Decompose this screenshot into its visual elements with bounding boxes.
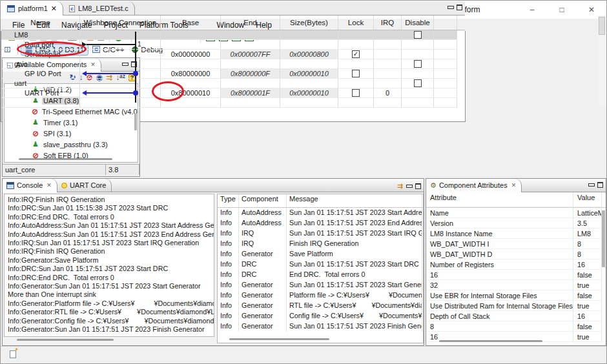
editor-tab-label: platform1 bbox=[18, 5, 48, 12]
attribute-row[interactable]: Depth of Call Stack16 bbox=[426, 311, 606, 321]
console-table-row[interactable]: InfoIRQFinish IRQ Generation bbox=[218, 239, 423, 249]
editor-vertical-scrollbar[interactable] bbox=[598, 15, 606, 106]
attribute-row[interactable]: Version3.5 bbox=[426, 218, 606, 228]
attribute-name-cell: LM8 Instance Name bbox=[426, 228, 573, 239]
component-name-field[interactable]: uart_core bbox=[3, 165, 106, 175]
close-icon[interactable]: ✕ bbox=[51, 5, 57, 13]
attribute-row[interactable]: 16false bbox=[426, 270, 606, 280]
attribute-value-cell: 16 bbox=[573, 259, 602, 270]
console-icon bbox=[6, 182, 14, 189]
console-cell: Sun Jan 01 15:17:51 JST 2023 Start Addre… bbox=[287, 208, 422, 218]
console-cell: Info bbox=[218, 259, 239, 270]
table-row[interactable]: gpio bbox=[1, 59, 465, 69]
console-cell: Platform file -> C:¥Users¥ ¥Documents¥di… bbox=[287, 290, 422, 301]
attributes-table[interactable]: AttributeValue NameLatticeMiVersion3.5LM… bbox=[426, 192, 606, 345]
attributes-hscrollbar[interactable] bbox=[430, 339, 592, 343]
table-row[interactable]: GP I/O Port0x800000000x8000000F0x0000001… bbox=[1, 69, 465, 79]
console-table-row[interactable]: InfoAutoAddressSun Jan 01 15:17:51 JST 2… bbox=[218, 208, 423, 218]
console-cell: Info bbox=[218, 228, 239, 239]
table-row[interactable]: Scratchpad0x000000000x000007FF0x00000800… bbox=[1, 50, 465, 59]
component-version-field[interactable]: 3.8 bbox=[106, 165, 139, 175]
cell-filler bbox=[434, 59, 457, 69]
editor-tab-platform1[interactable]: platform1✕ bbox=[1, 1, 63, 15]
attribute-row[interactable]: NameLatticeMi bbox=[426, 208, 606, 218]
bus-junction-dot bbox=[133, 71, 138, 76]
console-log-hscrollbar[interactable] bbox=[5, 338, 199, 341]
console-table-row[interactable]: InfoGeneratorRTL file -> C:¥Users¥ ¥Docu… bbox=[218, 301, 423, 311]
attribute-row[interactable]: 32true bbox=[426, 280, 606, 290]
console-table-row[interactable]: InfoIRQSun Jan 01 15:17:51 JST 2023 Star… bbox=[218, 228, 423, 239]
minimize-editor-icon[interactable] bbox=[448, 5, 453, 10]
attribute-row[interactable]: Use Distributed Ram for Internal Storage… bbox=[426, 301, 606, 311]
console-message-table[interactable]: TypeComponentMessageInfoAutoAddressSun J… bbox=[217, 194, 424, 343]
attribute-name-cell: 8 bbox=[426, 321, 573, 332]
console-log[interactable]: Info:IRQ:Finish IRQ GenerationInfo:DRC:S… bbox=[4, 194, 214, 337]
console-table-row[interactable]: InfoDRCSun Jan 01 15:17:51 JST 2023 Star… bbox=[218, 259, 423, 270]
close-icon[interactable]: ✕ bbox=[511, 182, 517, 188]
editor-tab-label: LM8_LEDTest.c bbox=[78, 5, 129, 12]
attribute-row[interactable]: WB_DAT_WIDTH I8 bbox=[426, 239, 606, 249]
table-row[interactable]: Data port bbox=[1, 40, 465, 50]
attribute-value-cell: true bbox=[573, 280, 602, 290]
cell-end bbox=[221, 98, 280, 108]
cell-end bbox=[221, 79, 280, 88]
tab-uart-core[interactable]: UART Core bbox=[57, 179, 112, 192]
column-header-irq: IRQ bbox=[374, 15, 402, 30]
maximize-console-icon[interactable] bbox=[415, 183, 421, 189]
attribute-row[interactable]: LM8 Instance NameLM8 bbox=[426, 228, 606, 239]
slave-arrow-icon bbox=[82, 90, 87, 96]
console-action-icon[interactable]: ⇉ bbox=[397, 182, 403, 190]
table-row[interactable]: UART Port0x800000100x8000001F0x000000100 bbox=[1, 88, 465, 98]
console-table-hscrollbar[interactable] bbox=[220, 337, 407, 341]
cell-filler bbox=[434, 88, 457, 98]
console-table-row[interactable]: InfoAutoAddressSun Jan 01 15:17:51 JST 2… bbox=[218, 218, 423, 228]
console-header: Console✕UART Core ⇉ bbox=[3, 179, 424, 192]
editor-tab-lm8-ledtest-c[interactable]: cLM8_LEDTest.c bbox=[63, 1, 135, 15]
cell-irq: 0 bbox=[374, 88, 402, 98]
maximize-editor-icon[interactable] bbox=[457, 5, 462, 10]
cell-name: LM8 bbox=[1, 30, 80, 40]
console-table-row[interactable]: InfoGeneratorSave Platform bbox=[218, 249, 423, 259]
disable-checkbox[interactable] bbox=[414, 31, 422, 39]
console-table-row[interactable]: InfoGeneratorConfig file -> C:¥Users¥ ¥D… bbox=[218, 311, 423, 321]
cell-irq bbox=[374, 98, 402, 108]
cell-irq bbox=[374, 30, 402, 40]
wishbone-diagram: 1 bbox=[80, 30, 161, 108]
lock-checkbox[interactable] bbox=[352, 89, 360, 97]
console-table-row[interactable]: InfoGeneratorPlatform file -> C:¥Users¥ … bbox=[218, 290, 423, 301]
console-cell: Info bbox=[218, 321, 239, 332]
tab-component-attributes[interactable]: ⚙ Component Attributes ✕ bbox=[426, 179, 522, 192]
console-table-row[interactable]: InfoGeneratorSun Jan 01 15:17:51 JST 202… bbox=[218, 280, 423, 290]
console-cell: RTL file -> C:¥Users¥ ¥Documents¥diamon bbox=[287, 301, 422, 311]
minimize-window-button[interactable]: – bbox=[517, 1, 547, 19]
disable-checkbox[interactable] bbox=[414, 60, 422, 68]
attribute-row[interactable]: 8false bbox=[426, 321, 606, 332]
table-row[interactable]: uart bbox=[1, 79, 465, 88]
tree-item-timer-3-1-[interactable]: ♟Timer (3.1) bbox=[5, 117, 138, 128]
close-icon[interactable]: ✕ bbox=[46, 182, 52, 188]
cell-lock bbox=[338, 88, 374, 98]
attributes-vscrollbar[interactable] bbox=[600, 208, 606, 337]
minimize-attributes-icon[interactable] bbox=[588, 182, 594, 188]
tab-console[interactable]: Console✕ bbox=[3, 179, 57, 192]
table-row[interactable] bbox=[1, 98, 465, 108]
maximize-attributes-icon[interactable] bbox=[597, 182, 603, 188]
minimize-console-icon[interactable] bbox=[406, 183, 412, 189]
console-cell: Sun Jan 01 15:17:51 JST 2023 Start Gener… bbox=[287, 280, 422, 290]
tree-item-slave-passthru-3-3-[interactable]: ♟slave_passthru (3.3) bbox=[5, 139, 138, 150]
console-table-row[interactable]: InfoDRCEnd DRC. Total errors 0 bbox=[218, 270, 423, 280]
attribute-row[interactable]: Number of Registers16 bbox=[426, 259, 606, 270]
console-table-row[interactable]: InfoGeneratorSun Jan 01 15:17:51 JST 202… bbox=[218, 321, 423, 332]
disable-checkbox[interactable] bbox=[414, 79, 422, 87]
attribute-row[interactable]: WB_DAT_WIDTH D8 bbox=[426, 249, 606, 259]
lock-checkbox[interactable] bbox=[352, 70, 360, 77]
attribute-row[interactable]: Use EBR for Internal Storage Filesfalse bbox=[426, 290, 606, 301]
table-row[interactable]: LM8 bbox=[1, 30, 465, 40]
lock-checkbox[interactable]: ✓ bbox=[352, 50, 360, 58]
console-cell: DRC bbox=[239, 270, 287, 280]
cell-size: 0x00000010 bbox=[280, 88, 338, 98]
slave-arrow-icon bbox=[82, 71, 87, 76]
tree-horizontal-scrollbar[interactable] bbox=[6, 157, 129, 161]
maximize-window-button[interactable]: □ bbox=[547, 1, 577, 19]
tree-item-spi-3-1-[interactable]: ⊘SPI (3.1) bbox=[5, 128, 138, 139]
